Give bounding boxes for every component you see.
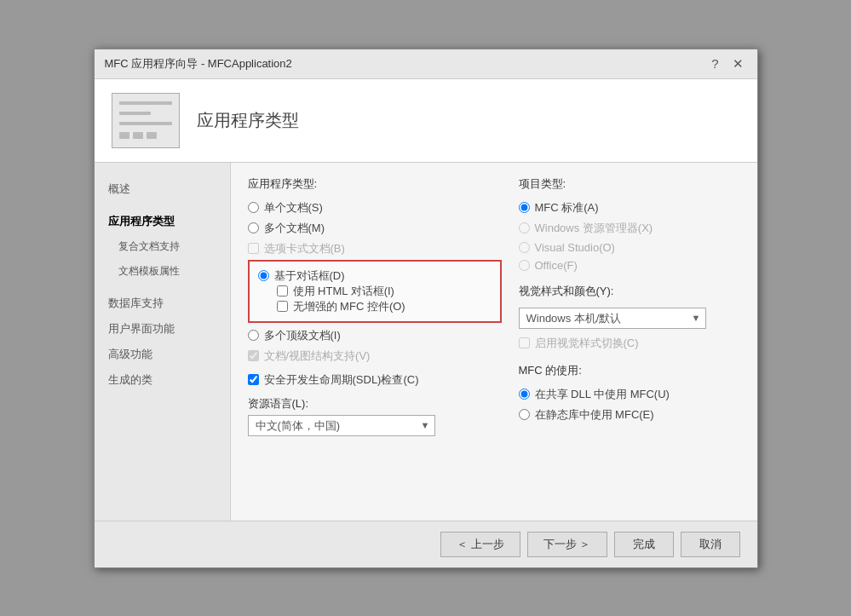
prev-button[interactable]: ＜ 上一步 xyxy=(440,532,520,557)
right-column: 项目类型: MFC 标准(A) Windows 资源管理器(X) xyxy=(519,176,740,436)
tab-doc-label: 选项卡式文档(B) xyxy=(264,241,345,256)
title-bar-controls: ? ✕ xyxy=(708,56,746,72)
enable-visual-checkbox-item: 启用视觉样式切换(C) xyxy=(519,336,740,351)
shared-dll-label: 在共享 DLL 中使用 MFC(U) xyxy=(535,387,670,402)
sidebar: 概述 应用程序类型 复合文档支持 文档模板属性 数据库支持 用户界面功能 高级功… xyxy=(95,163,231,521)
footer: ＜ 上一步 下一步 ＞ 完成 取消 xyxy=(95,521,757,567)
resource-lang-label: 资源语言(L): xyxy=(248,396,502,412)
shared-dll-radio[interactable] xyxy=(519,389,530,400)
tab-doc-checkbox xyxy=(248,243,259,254)
single-doc-radio-item[interactable]: 单个文档(S) xyxy=(248,200,502,216)
sidebar-item-overview[interactable]: 概述 xyxy=(95,176,230,202)
mfc-standard-radio-item[interactable]: MFC 标准(A) xyxy=(519,200,740,216)
sidebar-item-advanced[interactable]: 高级功能 xyxy=(95,342,230,367)
html-dialog-checkbox[interactable] xyxy=(277,285,288,296)
doc-view-label: 文档/视图结构支持(V) xyxy=(264,348,371,364)
windows-explorer-radio-item: Windows 资源管理器(X) xyxy=(519,221,740,236)
header-icon xyxy=(112,93,180,148)
office-radio-item: Office(F) xyxy=(519,259,740,272)
tab-doc-radio-item: 选项卡式文档(B) xyxy=(248,241,502,256)
main-dialog: MFC 应用程序向导 - MFCApplication2 ? ✕ 应用程序类型 … xyxy=(94,49,758,568)
multi-doc-radio-item[interactable]: 多个文档(M) xyxy=(248,221,502,236)
project-type-section: 项目类型: MFC 标准(A) Windows 资源管理器(X) xyxy=(519,176,740,272)
enable-visual-checkbox xyxy=(519,337,530,348)
sdl-checkbox[interactable] xyxy=(248,374,259,385)
no-mfc-ctrl-label: 无增强的 MFC 控件(O) xyxy=(293,299,405,314)
mfc-usage-label: MFC 的使用: xyxy=(519,363,740,378)
icon-dot-1 xyxy=(119,132,129,139)
icon-line-3 xyxy=(119,122,172,125)
app-type-radio-group: 单个文档(S) 多个文档(M) 选项卡式文档(B) xyxy=(248,200,502,256)
windows-explorer-radio xyxy=(519,222,530,233)
visual-studio-radio xyxy=(519,242,530,253)
icon-dots xyxy=(119,132,172,139)
dialog-based-box: 基于对话框(D) 使用 HTML 对话框(I) 无增强的 MFC 控件(O) xyxy=(248,260,502,323)
content-area: 应用程序类型: 单个文档(S) 多个文档(M) 选项 xyxy=(231,163,757,521)
next-button[interactable]: 下一步 ＞ xyxy=(527,532,607,557)
resource-lang-select[interactable]: 中文(简体，中国)English (United States) xyxy=(248,415,435,436)
close-button[interactable]: ✕ xyxy=(729,56,747,72)
single-doc-label: 单个文档(S) xyxy=(264,200,323,216)
multi-top-radio-group: 多个顶级文档(I) xyxy=(248,328,502,343)
office-label: Office(F) xyxy=(535,259,578,272)
sidebar-item-doc-support[interactable]: 复合文档支持 xyxy=(95,234,230,259)
finish-button[interactable]: 完成 xyxy=(614,532,674,557)
mfc-usage-section: MFC 的使用: 在共享 DLL 中使用 MFC(U) 在静态库中使用 MFC(… xyxy=(519,363,740,423)
sidebar-item-doc-template[interactable]: 文档模板属性 xyxy=(95,259,230,284)
app-type-label: 应用程序类型: xyxy=(248,176,502,192)
resource-lang-section: 资源语言(L): 中文(简体，中国)English (United States… xyxy=(248,396,502,436)
cancel-button[interactable]: 取消 xyxy=(681,532,740,557)
multi-doc-label: 多个文档(M) xyxy=(264,221,325,236)
visual-style-select[interactable]: Windows 本机/默认 Office 2003 Office 2007 xyxy=(519,308,706,329)
html-dialog-label: 使用 HTML 对话框(I) xyxy=(293,284,394,299)
doc-view-support-container: 文档/视图结构支持(V) xyxy=(248,348,502,364)
shared-dll-radio-item[interactable]: 在共享 DLL 中使用 MFC(U) xyxy=(519,387,740,402)
multi-doc-radio[interactable] xyxy=(248,222,259,233)
doc-view-checkbox xyxy=(248,350,259,361)
dialog-based-radio[interactable] xyxy=(258,270,269,281)
icon-line-2 xyxy=(119,112,151,115)
icon-dot-2 xyxy=(133,132,143,139)
multi-top-label: 多个顶级文档(I) xyxy=(264,328,341,343)
no-mfc-ctrl-checkbox-item[interactable]: 无增强的 MFC 控件(O) xyxy=(277,299,492,314)
visual-style-dropdown-wrapper[interactable]: Windows 本机/默认 Office 2003 Office 2007 ▼ xyxy=(519,308,706,329)
enable-visual-container: 启用视觉样式切换(C) xyxy=(519,336,740,351)
left-column: 应用程序类型: 单个文档(S) 多个文档(M) 选项 xyxy=(248,176,502,436)
dialog-based-label: 基于对话框(D) xyxy=(274,268,345,284)
sdl-label: 安全开发生命周期(SDL)检查(C) xyxy=(264,372,419,388)
resource-lang-dropdown-wrapper[interactable]: 中文(简体，中国)English (United States) ▼ xyxy=(248,415,435,436)
doc-view-checkbox-item: 文档/视图结构支持(V) xyxy=(248,348,502,364)
sdl-checkbox-container[interactable]: 安全开发生命周期(SDL)检查(C) xyxy=(248,372,502,388)
header-title: 应用程序类型 xyxy=(197,109,299,132)
sidebar-item-db-support[interactable]: 数据库支持 xyxy=(95,291,230,316)
main-content: 概述 应用程序类型 复合文档支持 文档模板属性 数据库支持 用户界面功能 高级功… xyxy=(95,163,757,521)
content-columns: 应用程序类型: 单个文档(S) 多个文档(M) 选项 xyxy=(248,176,740,436)
static-lib-label: 在静态库中使用 MFC(E) xyxy=(535,407,654,423)
sidebar-item-app-type[interactable]: 应用程序类型 xyxy=(95,209,230,234)
visual-studio-radio-item: Visual Studio(O) xyxy=(519,241,740,254)
no-mfc-ctrl-checkbox[interactable] xyxy=(277,301,288,312)
sidebar-item-ui-features[interactable]: 用户界面功能 xyxy=(95,316,230,342)
visual-style-section: 视觉样式和颜色(Y): Windows 本机/默认 Office 2003 Of… xyxy=(519,284,740,351)
enable-visual-label: 启用视觉样式切换(C) xyxy=(535,336,639,351)
project-type-label: 项目类型: xyxy=(519,176,740,192)
static-lib-radio[interactable] xyxy=(519,409,530,420)
title-bar: MFC 应用程序向导 - MFCApplication2 ? ✕ xyxy=(95,49,757,79)
mfc-standard-radio[interactable] xyxy=(519,202,530,213)
multi-top-radio-item[interactable]: 多个顶级文档(I) xyxy=(248,328,502,343)
visual-style-label: 视觉样式和颜色(Y): xyxy=(519,284,740,299)
dialog-title: MFC 应用程序向导 - MFCApplication2 xyxy=(105,56,292,72)
single-doc-radio[interactable] xyxy=(248,202,259,213)
static-lib-radio-item[interactable]: 在静态库中使用 MFC(E) xyxy=(519,407,740,423)
html-dialog-checkbox-item[interactable]: 使用 HTML 对话框(I) xyxy=(277,284,492,299)
office-radio xyxy=(519,260,530,271)
dialog-based-radio-item[interactable]: 基于对话框(D) xyxy=(258,268,492,284)
mfc-usage-radio-group: 在共享 DLL 中使用 MFC(U) 在静态库中使用 MFC(E) xyxy=(519,387,740,423)
multi-top-radio[interactable] xyxy=(248,330,259,341)
dialog-sub-options: 使用 HTML 对话框(I) 无增强的 MFC 控件(O) xyxy=(277,284,492,314)
visual-studio-label: Visual Studio(O) xyxy=(535,241,615,254)
icon-line-1 xyxy=(119,101,172,105)
help-button[interactable]: ? xyxy=(708,56,722,71)
sidebar-item-classes[interactable]: 生成的类 xyxy=(95,367,230,393)
windows-explorer-label: Windows 资源管理器(X) xyxy=(535,221,653,236)
